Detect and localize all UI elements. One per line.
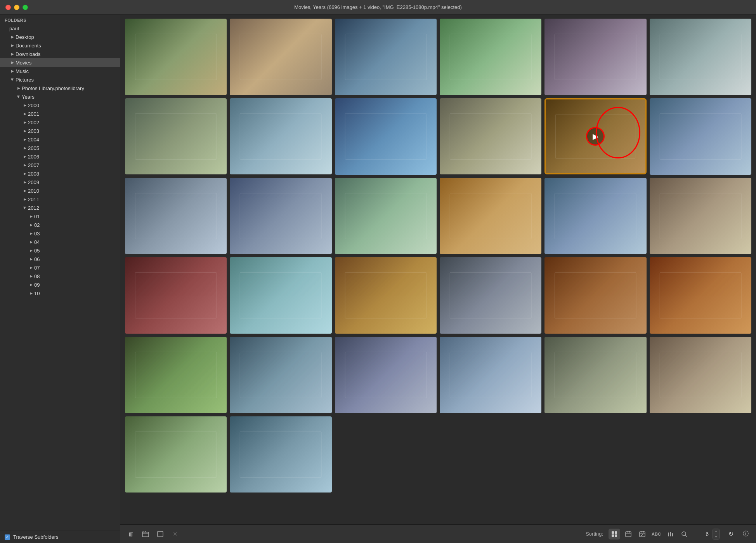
photo-cell-31[interactable] bbox=[125, 416, 227, 493]
sort-search-button[interactable] bbox=[678, 529, 690, 540]
cancel-button[interactable]: ✕ bbox=[169, 529, 181, 540]
photo-cell-12[interactable] bbox=[650, 98, 751, 175]
tree-arrow-y2005: ▶ bbox=[22, 145, 28, 151]
tree-label-photoslibrary: Photos Library.photoslibrary bbox=[22, 85, 84, 91]
sidebar-item-y2005[interactable]: ▶2005 bbox=[0, 144, 120, 152]
sidebar-item-paul[interactable]: ▶paul bbox=[0, 24, 120, 33]
preview-button[interactable] bbox=[154, 529, 166, 540]
new-folder-button[interactable] bbox=[140, 529, 151, 540]
delete-button[interactable]: 🗑 bbox=[125, 529, 137, 540]
sort-abc-button[interactable]: ABC bbox=[650, 529, 662, 540]
photo-cell-32[interactable] bbox=[230, 416, 331, 493]
sidebar-item-pictures[interactable]: ▶Pictures bbox=[0, 75, 120, 84]
photo-cell-13[interactable] bbox=[125, 178, 227, 254]
sidebar-item-y2003[interactable]: ▶2003 bbox=[0, 127, 120, 135]
sidebar-item-m02[interactable]: ▶02 bbox=[0, 221, 120, 229]
minimize-button[interactable] bbox=[14, 5, 19, 10]
photo-cell-9[interactable] bbox=[335, 98, 437, 175]
sidebar-item-downloads[interactable]: ▶Downloads bbox=[0, 50, 120, 58]
tree-label-years: Years bbox=[22, 94, 35, 100]
sidebar-item-y2001[interactable]: ▶2001 bbox=[0, 110, 120, 118]
photo-cell-16[interactable] bbox=[440, 178, 541, 254]
sidebar-item-m03[interactable]: ▶03 bbox=[0, 229, 120, 238]
tree-arrow-y2003: ▶ bbox=[22, 128, 28, 134]
sidebar-item-movies[interactable]: ▶Movies bbox=[0, 58, 120, 67]
photo-cell-20[interactable] bbox=[230, 257, 331, 334]
photo-cell-29[interactable] bbox=[544, 337, 646, 413]
photo-cell-8[interactable] bbox=[230, 98, 331, 175]
count-up[interactable]: ▲ bbox=[713, 529, 719, 534]
sidebar-item-y2010[interactable]: ▶2010 bbox=[0, 186, 120, 195]
count-stepper[interactable]: ▲ ▼ bbox=[713, 529, 720, 540]
sidebar-item-y2000[interactable]: ▶2000 bbox=[0, 101, 120, 110]
sidebar-item-m04[interactable]: ▶04 bbox=[0, 238, 120, 246]
sidebar-item-y2009[interactable]: ▶2009 bbox=[0, 178, 120, 186]
tree-label-y2003: 2003 bbox=[28, 128, 39, 134]
photo-cell-26[interactable] bbox=[230, 337, 331, 413]
sidebar-item-m07[interactable]: ▶07 bbox=[0, 263, 120, 272]
sidebar-item-documents[interactable]: ▶Documents bbox=[0, 41, 120, 50]
sidebar-item-y2004[interactable]: ▶2004 bbox=[0, 135, 120, 144]
photo-cell-22[interactable] bbox=[440, 257, 541, 334]
photo-cell-21[interactable] bbox=[335, 257, 437, 334]
svg-rect-36 bbox=[612, 534, 614, 537]
refresh-button[interactable]: ↻ bbox=[725, 529, 737, 540]
sidebar-item-y2012[interactable]: ▶2012 bbox=[0, 204, 120, 212]
photo-cell-17[interactable] bbox=[544, 178, 646, 254]
photo-cell-4[interactable] bbox=[440, 19, 541, 95]
sort-calendar-button[interactable] bbox=[622, 529, 634, 540]
tree-arrow-m04: ▶ bbox=[28, 239, 34, 245]
bottom-toolbar: 🗑 ✕ Sorting: bbox=[120, 524, 756, 543]
window-controls[interactable] bbox=[5, 5, 28, 10]
sidebar-item-m06[interactable]: ▶06 bbox=[0, 255, 120, 263]
photo-cell-18[interactable] bbox=[650, 178, 751, 254]
sidebar-item-desktop[interactable]: ▶Desktop bbox=[0, 33, 120, 41]
sidebar-item-m09[interactable]: ▶09 bbox=[0, 280, 120, 289]
photo-cell-1[interactable] bbox=[125, 19, 227, 95]
photo-cell-24[interactable] bbox=[650, 257, 751, 334]
photo-cell-19[interactable] bbox=[125, 257, 227, 334]
sidebar-item-m05[interactable]: ▶05 bbox=[0, 246, 120, 255]
photo-cell-7[interactable] bbox=[125, 98, 227, 175]
sort-grid-button[interactable] bbox=[609, 529, 620, 540]
tree-arrow-y2012: ▶ bbox=[22, 205, 28, 211]
sidebar-item-m10[interactable]: ▶10 bbox=[0, 289, 120, 298]
sidebar-content: ▶paul▶Desktop▶Documents▶Downloads▶Movies… bbox=[0, 24, 120, 531]
close-button[interactable] bbox=[5, 5, 11, 10]
sidebar-item-m01[interactable]: ▶01 bbox=[0, 212, 120, 221]
photo-cell-10[interactable] bbox=[440, 98, 541, 175]
sidebar-item-y2008[interactable]: ▶2008 bbox=[0, 169, 120, 178]
photo-cell-5[interactable] bbox=[544, 19, 646, 95]
sidebar-item-m08[interactable]: ▶08 bbox=[0, 272, 120, 280]
svg-rect-5 bbox=[660, 34, 741, 80]
sidebar-item-years[interactable]: ▶Years bbox=[0, 92, 120, 101]
svg-rect-0 bbox=[135, 34, 217, 80]
sidebar-item-y2002[interactable]: ▶2002 bbox=[0, 118, 120, 127]
photo-cell-15[interactable] bbox=[335, 178, 437, 254]
sidebar-item-photoslibrary[interactable]: ▶Photos Library.photoslibrary bbox=[0, 84, 120, 92]
photo-cell-2[interactable] bbox=[230, 19, 331, 95]
count-down[interactable]: ▼ bbox=[713, 534, 719, 539]
photo-cell-23[interactable] bbox=[544, 257, 646, 334]
traverse-subfolders-checkbox[interactable]: ✓ bbox=[5, 534, 10, 540]
sidebar-item-y2007[interactable]: ▶2007 bbox=[0, 161, 120, 169]
sort-calendar2-button[interactable] bbox=[636, 529, 648, 540]
svg-rect-44 bbox=[668, 533, 669, 536]
svg-rect-24 bbox=[135, 352, 217, 398]
tree-arrow-y2009: ▶ bbox=[22, 179, 28, 185]
photo-cell-30[interactable] bbox=[650, 337, 751, 413]
photo-cell-25[interactable] bbox=[125, 337, 227, 413]
sidebar-item-music[interactable]: ▶Music bbox=[0, 67, 120, 75]
photo-cell-14[interactable] bbox=[230, 178, 331, 254]
sidebar-item-y2011[interactable]: ▶2011 bbox=[0, 195, 120, 204]
photo-cell-6[interactable] bbox=[650, 19, 751, 95]
maximize-button[interactable] bbox=[23, 5, 28, 10]
photo-cell-27[interactable] bbox=[335, 337, 437, 413]
sort-bar-button[interactable] bbox=[664, 529, 676, 540]
photo-cell-3[interactable] bbox=[335, 19, 437, 95]
sidebar-item-y2006[interactable]: ▶2006 bbox=[0, 152, 120, 161]
sidebar-header: Folders bbox=[0, 15, 120, 24]
info-button[interactable]: ⓘ bbox=[740, 529, 751, 540]
photo-cell-28[interactable] bbox=[440, 337, 541, 413]
photo-cell-11[interactable]: ▶ bbox=[544, 98, 646, 175]
